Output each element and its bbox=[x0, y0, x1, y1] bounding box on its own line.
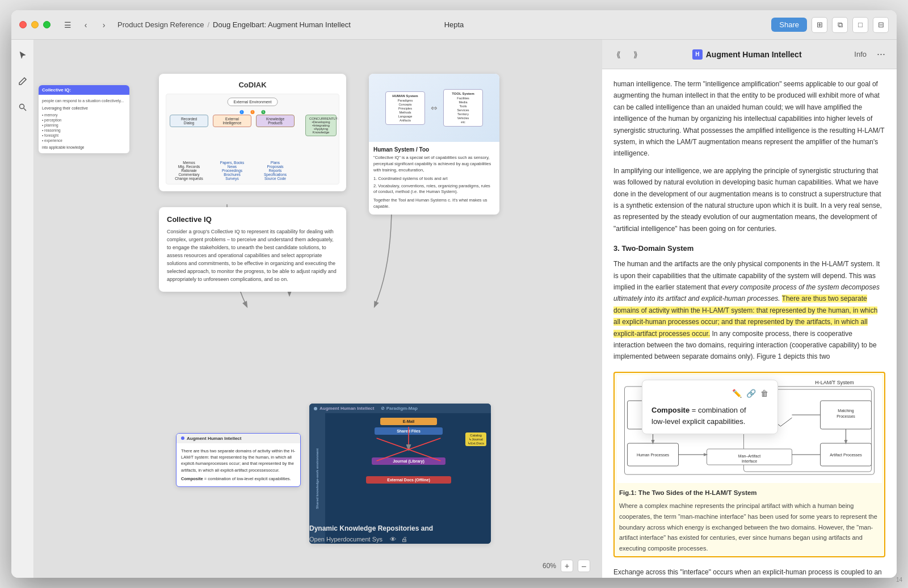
panel-title-area: H Augment Human Intellect bbox=[650, 49, 844, 60]
external-intelligence-box: ExternalIntelligence bbox=[213, 115, 251, 127]
calendar-button[interactable]: □ bbox=[852, 17, 868, 33]
paradigm-header: Augment Human Intellect ⊘ Paradigm-Map bbox=[309, 404, 491, 413]
minimize-button[interactable] bbox=[31, 21, 39, 28]
figure-caption-text: Where a complex machine represents the p… bbox=[617, 498, 882, 553]
preview-card-header: Collective IQ: bbox=[39, 85, 129, 95]
human-system-title: Human System / Too bbox=[373, 146, 495, 153]
zoom-level: 60% bbox=[543, 562, 556, 570]
figure-caption: Fig.1: The Two Sides of the H-LAM/T Syst… bbox=[617, 488, 882, 499]
zoom-in-button[interactable]: + bbox=[561, 560, 573, 572]
main-area: Collective IQ: people can respond to a s… bbox=[11, 40, 897, 578]
canvas-content: Collective IQ: people can respond to a s… bbox=[34, 40, 602, 578]
edit-icon[interactable]: ✏️ bbox=[732, 387, 742, 401]
app-window: ☰ ‹ › Product Design Reference / Doug En… bbox=[11, 10, 897, 578]
svg-text:Matching: Matching bbox=[838, 409, 854, 413]
bottom-card-left-title: Augment Human Intellect bbox=[187, 436, 241, 441]
view-toggle-button[interactable]: ⊞ bbox=[812, 17, 827, 33]
codiak-title: CoDIAK bbox=[166, 81, 339, 89]
memos-label: MemosMtg. RecordsRationaleCommentaryChan… bbox=[170, 161, 208, 180]
breadcrumb: Product Design Reference / Doug Engelbar… bbox=[117, 20, 351, 29]
page-number: 14 bbox=[896, 575, 897, 578]
share-button[interactable]: Share bbox=[771, 18, 807, 32]
zoom-controls: 60% + – bbox=[543, 560, 590, 572]
link-icon[interactable]: 🔗 bbox=[746, 387, 756, 401]
bottom-card-left: Augment Human Intellect There are thus t… bbox=[176, 433, 301, 487]
card-dot-icon bbox=[181, 436, 184, 440]
info-button[interactable]: Info bbox=[851, 48, 870, 61]
title-bar: ☰ ‹ › Product Design Reference / Doug En… bbox=[11, 10, 897, 40]
traffic-lights bbox=[19, 21, 51, 28]
human-tool-diagram: HUMAN System ParadigmsConceptsPrinciples… bbox=[369, 74, 499, 142]
expand-left-button[interactable]: ⟪ bbox=[611, 47, 626, 62]
canvas-bottom-subtitle: Open Hyperdocument Sys 👁 🖨 bbox=[309, 536, 407, 543]
zoom-out-button[interactable]: – bbox=[578, 560, 590, 572]
back-button[interactable]: ‹ bbox=[78, 17, 94, 33]
figure-text2: Exchange across this "interface" occurs … bbox=[613, 566, 885, 578]
papers-label: Papers, BooksNewsProceedingsBrochuresSur… bbox=[213, 161, 251, 180]
intro-paragraph: human intelligence. The term "intelligen… bbox=[613, 78, 885, 159]
layers-button[interactable]: ⧉ bbox=[832, 17, 848, 33]
panel-expand-buttons: ⟪ ⟫ bbox=[611, 47, 643, 62]
knowledge-products-box: KnowledgeProducts bbox=[256, 115, 295, 127]
sidebar-toggle-button[interactable]: ☰ bbox=[60, 17, 75, 33]
bottom-card-body: There are thus two separate domains of a… bbox=[176, 443, 300, 486]
collective-iq-card: Collective IQ Consider a group's Collect… bbox=[159, 207, 346, 292]
svg-line-1 bbox=[24, 108, 26, 111]
breadcrumb-separator: / bbox=[207, 20, 209, 29]
tooltip-composite: Composite bbox=[651, 406, 690, 414]
cursor-tool[interactable] bbox=[14, 47, 31, 64]
collective-iq-title: Collective IQ bbox=[167, 215, 338, 224]
preview-card: Collective IQ: people can respond to a s… bbox=[39, 85, 129, 153]
table-button[interactable]: ⊟ bbox=[873, 17, 889, 33]
left-toolbar bbox=[11, 40, 34, 578]
collective-iq-text: Consider a group's Collective IQ to repr… bbox=[167, 228, 338, 284]
svg-text:Interface: Interface bbox=[742, 459, 757, 463]
panel-title-text: Augment Human Intellect bbox=[706, 50, 802, 59]
more-options-button[interactable]: ··· bbox=[875, 47, 888, 61]
human-system-text-area: Human System / Too "Collective IQ" is a … bbox=[369, 142, 499, 215]
human-system-card: HUMAN System ParadigmsConceptsPrinciples… bbox=[369, 74, 499, 215]
svg-text:H-LAM/T System: H-LAM/T System bbox=[815, 380, 854, 385]
section3-heading: 3. Two-Domain System bbox=[613, 242, 885, 255]
canvas-bottom-title: Dynamic Knowledge Repositories and bbox=[309, 524, 433, 532]
plans-label: PlansProposalsReportsSpecificationsSourc… bbox=[256, 161, 295, 180]
svg-text:Artifact Processes: Artifact Processes bbox=[830, 453, 862, 457]
close-button[interactable] bbox=[19, 21, 27, 28]
section3-text: The human and the artifacts are the only… bbox=[613, 258, 885, 363]
breadcrumb-current: Doug Engelbart: Augment Human Intellect bbox=[213, 20, 351, 29]
tooltip-icons: ✏️ 🔗 🗑 bbox=[651, 387, 768, 401]
svg-point-0 bbox=[19, 104, 24, 109]
svg-text:Man–Artifact: Man–Artifact bbox=[738, 454, 760, 458]
right-panel: ⟪ ⟫ H Augment Human Intellect Info ··· h… bbox=[602, 40, 897, 578]
panel-title-icon: H bbox=[692, 49, 703, 60]
breadcrumb-root[interactable]: Product Design Reference bbox=[117, 20, 204, 29]
panel-content[interactable]: human intelligence. The term "intelligen… bbox=[602, 69, 897, 578]
panel-header: ⟪ ⟫ H Augment Human Intellect Info ··· bbox=[602, 40, 897, 69]
external-env-label: External Environment bbox=[228, 98, 278, 106]
forward-button[interactable]: › bbox=[96, 17, 112, 33]
maximize-button[interactable] bbox=[43, 21, 51, 28]
tooltip-content: Composite = combination of low-level exp… bbox=[651, 405, 768, 427]
svg-text:Processes: Processes bbox=[836, 414, 855, 418]
search-tool[interactable] bbox=[14, 99, 31, 116]
paradigm-map-label: ⊘ Paradigm-Map bbox=[381, 406, 417, 411]
human-system-body: "Collective IQ" is a special set of capa… bbox=[373, 155, 495, 210]
bottom-card-header: Augment Human Intellect bbox=[176, 434, 300, 443]
nav-buttons: ☰ ‹ › bbox=[60, 17, 112, 33]
para2: In amplifying our intelligence, we are a… bbox=[613, 165, 885, 234]
title-bar-actions: Share ⊞ ⧉ □ ⊟ bbox=[771, 17, 889, 33]
codiak-card: CoDIAK External Environment RecordedDial… bbox=[159, 74, 346, 191]
delete-icon[interactable]: 🗑 bbox=[760, 387, 768, 401]
env-dots: I I S bbox=[240, 110, 266, 114]
bottom-card-right: Augment Human Intellect ⊘ Paradigm-Map S… bbox=[309, 404, 491, 544]
annotation-tooltip: ✏️ 🔗 🗑 Composite = combination of low-le… bbox=[642, 380, 778, 435]
canvas-area[interactable]: Collective IQ: people can respond to a s… bbox=[34, 40, 602, 578]
window-title: Hepta bbox=[444, 20, 464, 29]
svg-text:Human Processes: Human Processes bbox=[637, 453, 670, 457]
concurrently-box: CONCURRENTLY:•Developing•Integrating•App… bbox=[305, 115, 337, 136]
panel-actions: Info ··· bbox=[851, 47, 888, 61]
preview-card-content: people can respond to a situation collec… bbox=[39, 95, 129, 153]
recorded-dialog-box: RecordedDialog bbox=[170, 115, 208, 127]
pen-tool[interactable] bbox=[14, 73, 31, 90]
expand-right-button[interactable]: ⟫ bbox=[628, 47, 643, 62]
